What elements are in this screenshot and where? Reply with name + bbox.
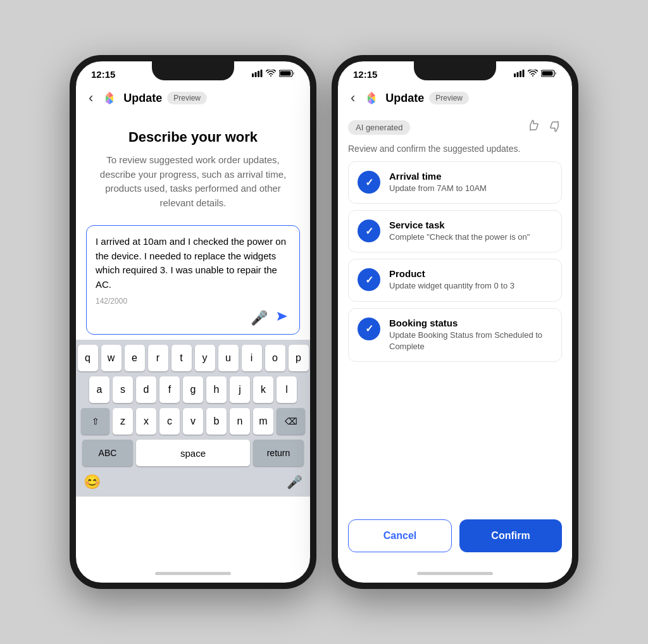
key-d[interactable]: d bbox=[136, 376, 156, 403]
key-o[interactable]: o bbox=[265, 345, 285, 371]
thumbs-down-icon[interactable] bbox=[548, 119, 562, 136]
home-indicator-1 bbox=[76, 562, 310, 583]
update-item-booking[interactable]: ✓ Booking status Update Booking Status f… bbox=[348, 308, 562, 362]
wifi-icon bbox=[266, 70, 276, 79]
key-u[interactable]: u bbox=[218, 345, 239, 371]
svg-rect-3 bbox=[261, 70, 263, 77]
svg-rect-6 bbox=[293, 72, 294, 75]
update-item-service[interactable]: ✓ Service task Complete "Check that the … bbox=[348, 210, 562, 252]
item-desc-product: Update widget quantity from 0 to 3 bbox=[389, 280, 552, 292]
backspace-key[interactable]: ⌫ bbox=[277, 408, 305, 435]
app-logo-1 bbox=[101, 89, 118, 107]
signal-icon bbox=[252, 70, 263, 79]
phone-2: 12:15 ‹ bbox=[332, 55, 578, 589]
key-y[interactable]: y bbox=[195, 345, 215, 371]
keyboard: q w e r t y u i o p a s bbox=[76, 340, 310, 497]
item-text-arrival: Arrival time Update from 7AM to 10AM bbox=[389, 171, 552, 194]
item-desc-service: Complete "Check that the power is on" bbox=[389, 232, 552, 243]
space-key[interactable]: space bbox=[136, 440, 250, 466]
status-time-2: 12:15 bbox=[353, 69, 377, 80]
key-b[interactable]: b bbox=[206, 408, 227, 435]
feedback-icons bbox=[526, 119, 562, 136]
key-w[interactable]: w bbox=[101, 345, 122, 371]
key-i[interactable]: i bbox=[242, 345, 262, 371]
home-bar-1 bbox=[155, 572, 231, 575]
item-title-service: Service task bbox=[389, 220, 552, 230]
item-title-booking: Booking status bbox=[389, 318, 552, 328]
phone-1: 12:15 ‹ bbox=[70, 55, 316, 589]
status-icons-2 bbox=[514, 70, 557, 79]
top-nav-2: ‹ Update Preview bbox=[338, 82, 572, 116]
svg-rect-9 bbox=[517, 72, 519, 77]
keyboard-row-3: ⇧ z x c v b n m ⌫ bbox=[78, 408, 308, 435]
keyboard-row-2: a s d f g h j k l bbox=[78, 376, 308, 403]
check-icon-arrival: ✓ bbox=[358, 171, 380, 194]
key-l[interactable]: l bbox=[277, 376, 297, 403]
key-r[interactable]: r bbox=[148, 345, 168, 371]
key-t[interactable]: t bbox=[171, 345, 192, 371]
return-key[interactable]: return bbox=[253, 440, 304, 466]
update-item-arrival[interactable]: ✓ Arrival time Update from 7AM to 10AM bbox=[348, 161, 562, 204]
key-p[interactable]: p bbox=[289, 345, 309, 371]
microphone-button[interactable]: 🎤 bbox=[251, 310, 268, 326]
ai-badge: AI generated bbox=[348, 120, 410, 135]
key-x[interactable]: x bbox=[136, 408, 156, 435]
input-actions: 🎤 bbox=[96, 306, 290, 328]
describe-title: Describe your work bbox=[94, 129, 292, 146]
keyboard-bottom: 😊 🎤 bbox=[78, 471, 308, 494]
back-button-2[interactable]: ‹ bbox=[348, 87, 358, 109]
top-nav-1: ‹ Update Preview bbox=[76, 82, 310, 116]
shift-key[interactable]: ⇧ bbox=[81, 408, 109, 435]
status-icons-1 bbox=[252, 70, 295, 79]
svg-rect-1 bbox=[255, 72, 257, 77]
check-icon-booking: ✓ bbox=[358, 318, 380, 340]
send-button[interactable] bbox=[275, 309, 289, 326]
key-m[interactable]: m bbox=[253, 408, 273, 435]
signal-icon-2 bbox=[514, 70, 525, 79]
svg-rect-11 bbox=[523, 70, 525, 77]
describe-subtitle: To review suggested work order updates, … bbox=[94, 153, 292, 210]
preview-badge-1: Preview bbox=[167, 92, 207, 104]
key-e[interactable]: e bbox=[125, 345, 145, 371]
key-z[interactable]: z bbox=[113, 408, 133, 435]
key-f[interactable]: f bbox=[159, 376, 180, 403]
key-g[interactable]: g bbox=[183, 376, 203, 403]
text-input-area[interactable]: I arrived at 10am and I checked the powe… bbox=[86, 225, 300, 335]
update-items-list: ✓ Arrival time Update from 7AM to 10AM ✓… bbox=[338, 161, 572, 509]
key-s[interactable]: s bbox=[113, 376, 133, 403]
item-text-booking: Booking status Update Booking Status fro… bbox=[389, 318, 552, 352]
svg-rect-14 bbox=[555, 72, 556, 75]
key-a[interactable]: a bbox=[89, 376, 109, 403]
notch-2 bbox=[414, 61, 496, 80]
key-c[interactable]: c bbox=[159, 408, 180, 435]
confirm-button[interactable]: Confirm bbox=[459, 519, 562, 552]
thumbs-up-icon[interactable] bbox=[526, 119, 540, 136]
home-indicator-2 bbox=[338, 562, 572, 583]
key-n[interactable]: n bbox=[230, 408, 250, 435]
app-logo-2 bbox=[363, 89, 380, 107]
svg-rect-2 bbox=[258, 71, 259, 77]
key-j[interactable]: j bbox=[230, 376, 250, 403]
key-q[interactable]: q bbox=[78, 345, 98, 371]
key-k[interactable]: k bbox=[253, 376, 273, 403]
svg-rect-5 bbox=[280, 71, 291, 76]
emoji-key[interactable]: 😊 bbox=[84, 474, 101, 490]
status-time-1: 12:15 bbox=[91, 69, 115, 80]
work-description-input[interactable]: I arrived at 10am and I checked the powe… bbox=[96, 235, 290, 292]
abc-key[interactable]: ABC bbox=[82, 440, 133, 466]
battery-icon bbox=[279, 70, 295, 79]
back-button-1[interactable]: ‹ bbox=[86, 87, 96, 109]
phone2-content: AI generated R bbox=[338, 116, 572, 562]
cancel-button[interactable]: Cancel bbox=[348, 519, 452, 552]
key-v[interactable]: v bbox=[183, 408, 203, 435]
check-icon-service: ✓ bbox=[358, 220, 380, 242]
item-text-product: Product Update widget quantity from 0 to… bbox=[389, 268, 552, 292]
phone1-content: Describe your work To review suggested w… bbox=[76, 116, 310, 562]
key-h[interactable]: h bbox=[206, 376, 227, 403]
keyboard-row-1: q w e r t y u i o p bbox=[78, 345, 308, 371]
preview-badge-2: Preview bbox=[429, 92, 469, 104]
kb-microphone-key[interactable]: 🎤 bbox=[287, 474, 302, 490]
char-count: 142/2000 bbox=[96, 297, 290, 306]
update-item-product[interactable]: ✓ Product Update widget quantity from 0 … bbox=[348, 259, 562, 301]
wifi-icon-2 bbox=[528, 70, 538, 79]
